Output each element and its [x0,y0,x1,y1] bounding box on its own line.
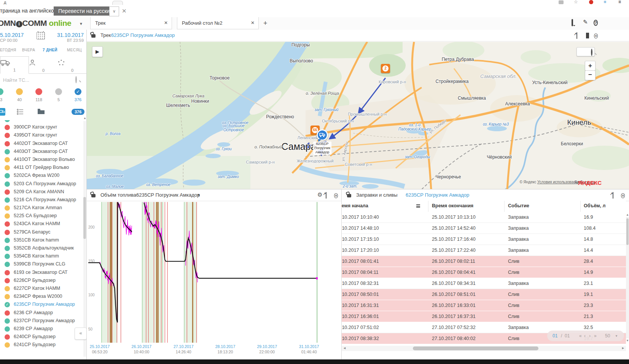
vehicle-list-item[interactable]: 6227СР Каток HAMM [0,285,87,293]
vehicle-list-item[interactable]: 5279СА Беларус [0,229,87,237]
scrollbar-thumb[interactable] [626,218,629,245]
tab-close-icon[interactable]: ✕ [164,20,168,25]
translate-options-chevron-icon[interactable]: ∨ [109,6,119,16]
vehicle-list-item[interactable] [0,120,87,124]
vehicle-list-item[interactable]: 3900СР Каток грунт [0,124,87,132]
expand-pane-icon[interactable] [326,192,326,198]
vehicle-list-item[interactable]: 4403ОТ Экскаватор САТ [0,148,87,156]
sidebar-collapse-button[interactable]: « [75,327,87,340]
extension-icon[interactable] [559,0,564,4]
lock-icon[interactable] [91,33,96,39]
translate-close-icon[interactable]: ✕ [122,8,127,14]
tab-geofences[interactable]: 0 [58,56,87,74]
vehicle-list-item[interactable]: 5243СА Каток HAMM [0,220,87,228]
table-vehicle-link[interactable]: 6235СР Погрузчик Амкадор [406,192,469,198]
vehicle-list-item[interactable]: 5209 СА Каток AMANN [0,188,87,196]
logo-menu-caret-icon[interactable]: ▼ [79,22,83,26]
vehicle-list-item[interactable]: 6240СР Бульдозер [0,333,87,341]
vehicle-list-item[interactable]: ✓6235СР Погрузчик Амкадор [0,301,87,309]
table-row[interactable]: 25.10.2017 10:10:4025.10.2017 10:13:10За… [342,212,626,223]
page-size-caret-icon[interactable]: ▼ [615,334,618,338]
lock-icon[interactable] [347,193,351,199]
scroll-up-icon[interactable]: ▲ [83,116,86,120]
vehicle-list-item[interactable]: 6226СР Бульдозер [0,277,87,285]
vehicle-list-item[interactable]: 5351СВ Каток hamm [0,237,87,245]
vehicle-list-item[interactable]: 4395ОТ Каток грунт [0,132,87,140]
lock-icon[interactable] [91,193,96,199]
vehicle-list-scrollbar[interactable]: ▲ [83,121,86,357]
vehicle-search[interactable]: Найти ТС... [0,74,87,87]
fuel-chart-plot[interactable] [88,202,318,343]
expand-pane-icon[interactable] [576,33,577,38]
vehicle-marker[interactable] [317,129,328,141]
tab-vehicles[interactable]: 1 [0,56,29,74]
map-search-box[interactable] [576,47,595,56]
table-row[interactable]: 25.10.2017 17:20:1025.10.2017 17:22:40За… [342,245,626,256]
status-dot-teal[interactable] [0,88,3,95]
zoom-in-button[interactable]: + [585,61,596,71]
close-pane-icon[interactable]: ✕ [621,192,625,198]
play-track-button[interactable]: ▶ [92,46,103,57]
status-dot-yellow[interactable] [16,88,23,95]
map-search-icon[interactable] [591,49,592,55]
vehicle-list-item[interactable]: 5216 СА Погрузчик Амкадор [0,196,87,204]
date-from[interactable]: 5.10.2017 СР 00:00 [0,32,24,43]
group-marker[interactable]: 2 [381,64,390,73]
search-icon[interactable] [75,77,77,83]
close-pane-icon[interactable]: ✕ [334,192,338,198]
scroll-right-icon[interactable]: ► [621,346,625,350]
record-icon[interactable] [589,0,593,4]
tab-drivers[interactable]: 0 [29,56,58,74]
vehicle-list-item[interactable]: 5352СВ Асфальтоукладчик [0,245,87,253]
scroll-up-icon[interactable]: ▲ [626,213,629,216]
feedback-pencil-icon[interactable]: ✎ [583,19,591,25]
col-event[interactable]: Событие [508,203,529,208]
vehicle-list-item[interactable]: 5399СВ Погрузчик CLG [0,261,87,269]
table-row[interactable]: 26.10.2017 08:50:0126.10.2017 08:51:01Сл… [342,289,626,300]
tab-close-icon[interactable]: ✕ [251,20,255,25]
next-page-button[interactable]: › [589,333,591,339]
vehicle-list-item[interactable]: 6239 СР Амкадор [0,325,87,333]
terms-link[interactable]: Условия использования [537,180,580,184]
vehicle-list-item[interactable]: 6237СР Погрузчик Амкадор [0,317,87,325]
pause-icon[interactable] [586,33,589,38]
workspace-tab-desktop2[interactable]: Рабочий стол №2 ✕ [177,17,259,29]
scroll-left-icon[interactable]: ◄ [343,346,346,350]
new-tab-button[interactable]: + [263,19,268,27]
vehicle-list-item[interactable]: 5217СА Каток Amman [0,204,87,212]
bookmark-star-icon[interactable]: ☆ [574,0,579,3]
zoom-out-button[interactable]: − [585,70,596,80]
prev-page-button[interactable]: ‹ [584,333,586,339]
vehicle-list-item[interactable]: 5354СВ Каток hamm [0,253,87,261]
date-to[interactable]: 31.10.2017 ВТ 23:59 [49,32,84,43]
browser-menu-icon[interactable]: ≡ [618,0,624,3]
table-row[interactable]: 26.10.2017 08:01:4126.10.2017 08:02:11Сл… [342,256,626,267]
workspace-tab-trek[interactable]: Трек ✕ [90,17,172,29]
table-hscrollbar[interactable]: ◄ ► [342,346,626,351]
chart-vehicle-selector[interactable]: 6235СР Погрузчик Амкадор [136,192,200,198]
table-row[interactable]: 26.10.2017 16:36:0126.10.2017 16:37:31Сл… [342,311,626,322]
first-page-button[interactable]: « [579,333,582,339]
chat-icon[interactable] [572,20,579,27]
range-yesterday[interactable]: ВЧЕРА [22,48,35,52]
scrollbar-thumb[interactable] [413,347,538,350]
col-end-time[interactable]: Время окончания [432,203,473,208]
range-7days[interactable]: 7 ДНЕЙ [43,48,57,52]
page-size-select[interactable]: 50 [605,333,610,339]
expand-pane-icon[interactable] [613,192,613,198]
range-month[interactable]: МЕСЯЦ [67,48,82,52]
status-dot-gray[interactable] [55,88,62,95]
calendar-icon[interactable] [37,32,45,40]
col-start-time[interactable]: Время начала [342,203,422,208]
vehicle-list-item[interactable]: 4410ОТ Экскаватор Вольво [0,156,87,164]
table-row[interactable]: 26.10.2017 08:04:1126.10.2017 08:04:41Сл… [342,267,626,278]
last-page-button[interactable]: » [594,333,597,339]
close-pane-icon[interactable]: ✕ [594,33,598,38]
vehicle-list-item[interactable]: 6241СР Бульдозер [0,341,87,349]
translate-button[interactable]: Перевести на русский [54,6,117,16]
table-row[interactable]: 25.10.2017 17:15:1025.10.2017 17:16:40За… [342,234,626,245]
translate-ext-icon[interactable]: ✳ [603,0,608,4]
vehicle-view-icon[interactable] [0,108,5,116]
status-dot-blue[interactable]: ✓ [75,88,81,95]
table-row[interactable]: 26.10.2017 16:31:3126.10.2017 16:33:01Сл… [342,300,626,311]
